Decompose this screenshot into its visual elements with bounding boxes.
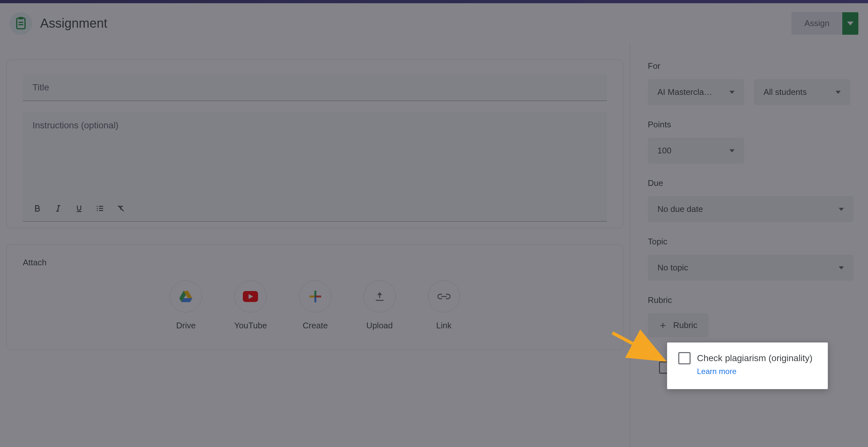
editor-card: Title Instructions (optional) (6, 59, 623, 228)
svg-rect-1 (19, 17, 24, 19)
attach-link[interactable]: Link (428, 280, 460, 331)
attach-label: Attach (23, 258, 607, 268)
caret-down-icon (836, 91, 841, 94)
top-stripe (0, 0, 868, 3)
svg-rect-20 (314, 296, 316, 297)
instructions-placeholder: Instructions (optional) (32, 120, 597, 197)
points-dropdown[interactable]: 100 (648, 138, 744, 164)
svg-point-11 (97, 206, 98, 207)
topic-dropdown[interactable]: No topic (648, 255, 854, 281)
svg-rect-18 (310, 296, 314, 297)
youtube-icon (243, 291, 258, 302)
attach-upload[interactable]: Upload (364, 280, 396, 331)
topic-label: Topic (648, 237, 868, 247)
plagiarism-highlight: Check plagiarism (originality) Learn mor… (667, 342, 828, 389)
plagiarism-label-highlight: Check plagiarism (originality) (697, 353, 812, 363)
plus-multicolor-icon (310, 291, 321, 302)
caret-down-icon (730, 149, 735, 152)
class-dropdown[interactable]: AI Mastercla… (648, 79, 744, 105)
list-button[interactable] (95, 204, 105, 213)
due-label: Due (648, 178, 868, 188)
rubric-label: Rubric (648, 295, 868, 305)
title-input[interactable]: Title (23, 74, 607, 101)
due-dropdown[interactable]: No due date (648, 196, 854, 222)
caret-down-icon (847, 22, 854, 25)
assign-button[interactable]: Assign (792, 12, 842, 35)
format-toolbar (32, 197, 597, 216)
svg-rect-16 (314, 291, 316, 296)
attach-create[interactable]: Create (299, 280, 332, 331)
main-panel: Title Instructions (optional) (0, 43, 630, 447)
app-header: Assignment Assign (0, 3, 868, 43)
attach-youtube[interactable]: YouTube (234, 280, 267, 331)
svg-point-13 (97, 210, 98, 211)
svg-rect-0 (17, 18, 25, 29)
learn-more-link-highlight[interactable]: Learn more (697, 367, 816, 376)
caret-down-icon (839, 266, 844, 269)
plagiarism-checkbox-highlight[interactable] (678, 352, 690, 364)
svg-line-6 (58, 206, 59, 211)
title-placeholder: Title (32, 82, 597, 93)
clear-format-button[interactable] (116, 204, 126, 213)
svg-rect-17 (314, 297, 316, 302)
link-icon (437, 293, 451, 300)
bold-button[interactable] (32, 204, 42, 213)
caret-down-icon (730, 91, 735, 94)
caret-down-icon (839, 208, 844, 211)
instructions-input[interactable]: Instructions (optional) (23, 112, 607, 221)
svg-point-12 (97, 208, 98, 209)
attach-card: Attach Drive (6, 244, 623, 350)
assign-dropdown-button[interactable] (842, 12, 858, 35)
students-dropdown[interactable]: All students (754, 79, 850, 105)
assignment-icon (10, 12, 32, 35)
page-title: Assignment (40, 16, 107, 31)
rubric-button[interactable]: Rubric (648, 313, 709, 337)
plus-icon (659, 322, 667, 329)
italic-button[interactable] (53, 204, 63, 213)
points-label: Points (648, 120, 868, 129)
underline-button[interactable] (74, 204, 84, 213)
upload-icon (374, 291, 385, 302)
attach-drive[interactable]: Drive (170, 280, 202, 331)
drive-icon (179, 290, 193, 303)
svg-rect-19 (316, 296, 321, 297)
for-label: For (648, 61, 868, 71)
